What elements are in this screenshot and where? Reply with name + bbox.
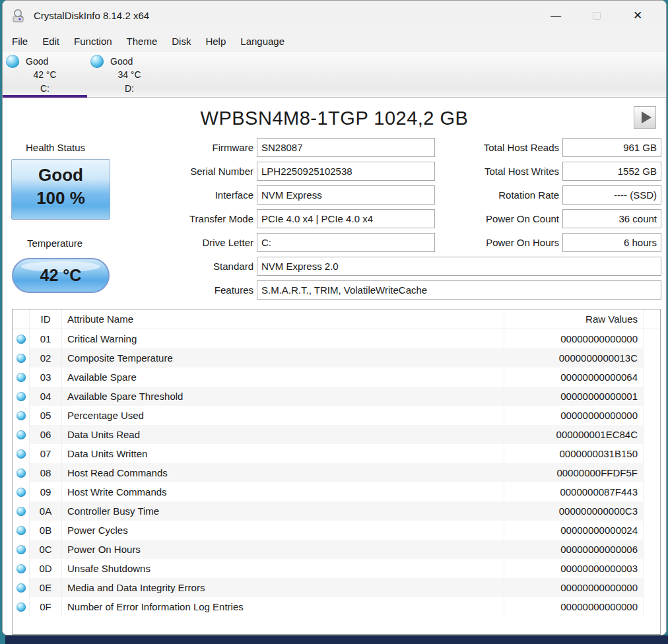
field-label-total-host-reads: Total Host Reads	[438, 138, 559, 158]
temperature-box[interactable]: 42 °C	[12, 258, 110, 293]
row-spacer-cell	[644, 348, 660, 368]
field-value-drive-letter: C:	[257, 233, 435, 252]
row-spacer-cell	[644, 559, 660, 578]
window-title: CrystalDiskInfo 8.14.2 x64	[34, 10, 149, 21]
health-status-box[interactable]: Good 100 %	[11, 159, 110, 220]
maximize-icon	[593, 12, 601, 20]
table-row[interactable]: 01Critical Warning00000000000000	[13, 329, 660, 348]
table-row[interactable]: 08Host Read Commands00000000FFDF5F	[13, 463, 660, 482]
attribute-id: 0C	[30, 540, 62, 559]
attribute-status-orb-icon	[17, 583, 26, 593]
menu-item-file[interactable]: File	[5, 30, 35, 52]
attribute-raw-value: 000000001EC84C	[504, 425, 644, 444]
drive-tab-c[interactable]: Good42 °CC:	[3, 52, 87, 97]
table-row[interactable]: 03Available Spare00000000000064	[13, 368, 660, 387]
field-label-power-on-hours: Power On Hours	[438, 233, 559, 253]
table-row[interactable]: 06Data Units Read000000001EC84C	[13, 425, 660, 444]
table-row[interactable]: 0CPower On Hours00000000000006	[13, 540, 660, 559]
row-spacer-cell	[644, 406, 660, 425]
row-spacer-cell	[644, 387, 660, 406]
table-row[interactable]: 0DUnsafe Shutdowns00000000000003	[13, 559, 660, 578]
row-status-cell	[13, 540, 30, 559]
table-row[interactable]: 04Available Spare Threshold0000000000000…	[13, 387, 660, 406]
id-column-header: ID	[30, 309, 62, 329]
health-status-label: Health Status	[26, 142, 85, 153]
field-label-total-host-writes: Total Host Writes	[438, 162, 559, 181]
field-label-interface: Interface	[108, 185, 253, 205]
row-status-cell	[13, 329, 30, 348]
attribute-status-orb-icon	[17, 449, 26, 459]
attribute-status-orb-icon	[17, 507, 26, 516]
menu-bar: FileEditFunctionThemeDiskHelpLanguage	[3, 30, 666, 52]
play-icon	[642, 112, 651, 123]
attribute-raw-value: 00000000000000	[504, 578, 644, 597]
attribute-raw-value: 00000000000000	[504, 329, 644, 348]
attribute-raw-value: 00000000000001	[504, 387, 644, 406]
field-value-power-on-hours: 6 hours	[562, 233, 661, 252]
maximize-button[interactable]	[576, 1, 617, 30]
close-button[interactable]: ✕	[617, 1, 658, 30]
attribute-status-orb-icon	[17, 430, 26, 439]
attribute-status-orb-icon	[17, 526, 26, 535]
drive-letter-text: D:	[96, 82, 162, 96]
minimize-button[interactable]: —	[535, 1, 576, 30]
table-row[interactable]: 0AController Busy Time000000000000C3	[13, 501, 660, 521]
menu-item-language[interactable]: Language	[233, 30, 292, 52]
attribute-raw-value: 00000000000024	[504, 521, 644, 540]
row-spacer-cell	[644, 501, 660, 521]
field-value-standard: NVM Express 2.0	[257, 257, 661, 276]
drive-tab-top: Good	[3, 54, 87, 68]
row-status-cell	[13, 368, 30, 387]
table-header-row: ID Attribute Name Raw Values	[13, 309, 660, 329]
attribute-name: Critical Warning	[62, 329, 504, 348]
attribute-name: Available Spare	[62, 368, 504, 387]
table-row[interactable]: 09Host Write Commands0000000087F443	[13, 482, 660, 501]
table-row[interactable]: 05Percentage Used00000000000000	[13, 406, 660, 425]
field-value-serial-number: LPH2250925102538	[257, 162, 435, 181]
attribute-id: 04	[30, 387, 62, 406]
attribute-status-orb-icon	[17, 602, 26, 612]
attribute-name: Composite Temperature	[62, 348, 504, 368]
row-spacer-cell	[644, 444, 660, 463]
attribute-name: Controller Busy Time	[62, 501, 504, 521]
attribute-status-orb-icon	[17, 373, 26, 382]
drive-tab-d[interactable]: Good34 °CD:	[87, 52, 172, 97]
raw-values-column-header: Raw Values	[504, 309, 644, 329]
attribute-name: Host Write Commands	[62, 482, 504, 501]
field-value-firmware: SN28087	[257, 138, 435, 157]
status-column-header	[13, 309, 30, 329]
row-status-cell	[13, 348, 30, 368]
field-label-features: Features	[108, 280, 253, 300]
field-value-interface: NVM Express	[257, 185, 435, 205]
attribute-id: 0E	[30, 578, 62, 597]
table-row[interactable]: 07Data Units Written0000000031B150	[13, 444, 660, 463]
menu-item-edit[interactable]: Edit	[35, 30, 67, 52]
table-row[interactable]: 0BPower Cycles00000000000024	[13, 521, 660, 540]
table-row[interactable]: 02Composite Temperature0000000000013C	[13, 348, 660, 368]
row-spacer-cell	[644, 540, 660, 559]
attribute-name: Data Units Read	[62, 425, 504, 444]
menu-item-help[interactable]: Help	[198, 30, 233, 52]
taskbar-edge	[5, 635, 668, 644]
attribute-raw-value: 00000000000006	[504, 540, 644, 559]
attribute-status-orb-icon	[17, 564, 26, 573]
attribute-id: 0B	[30, 521, 62, 540]
next-drive-button[interactable]	[634, 106, 656, 129]
temperature-label: Temperature	[27, 238, 83, 249]
drive-panel: WPBSN4M8-1TGP 1024,2 GB Health Status Go…	[3, 98, 666, 635]
attribute-id: 08	[30, 463, 62, 482]
title-bar: CrystalDiskInfo 8.14.2 x64 — ✕	[3, 1, 666, 30]
drive-letter-text: C:	[12, 82, 78, 96]
menu-item-disk[interactable]: Disk	[164, 30, 198, 52]
attribute-raw-value: 00000000FFDF5F	[504, 463, 644, 482]
app-logo-icon	[11, 8, 27, 24]
drive-status-orb-icon	[90, 55, 104, 68]
table-row[interactable]: 0FNumber of Error Information Log Entrie…	[13, 597, 660, 616]
temperature-value: 42 °C	[40, 266, 82, 285]
menu-item-function[interactable]: Function	[67, 30, 119, 52]
field-label-transfer-mode: Transfer Mode	[108, 209, 253, 229]
table-row[interactable]: 0EMedia and Data Integrity Errors0000000…	[13, 578, 660, 597]
drive-status-text: Good	[110, 56, 133, 67]
field-value-power-on-count: 36 count	[562, 209, 661, 228]
menu-item-theme[interactable]: Theme	[119, 30, 165, 52]
